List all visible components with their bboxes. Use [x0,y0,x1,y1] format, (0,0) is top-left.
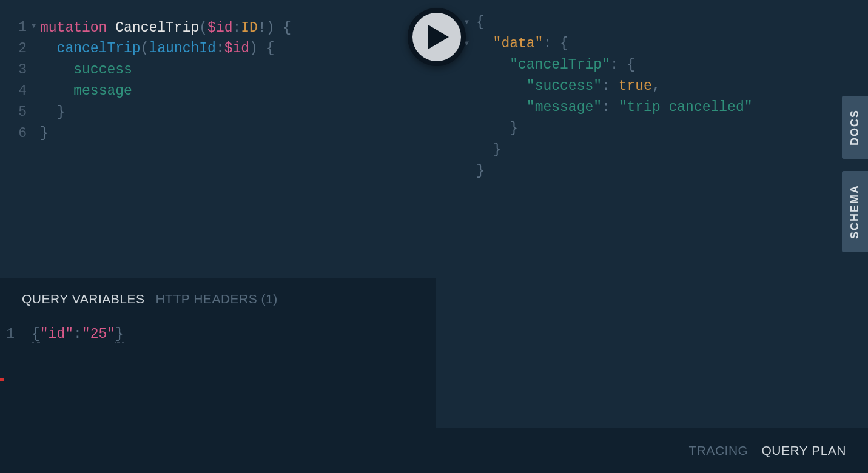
response-line: } [440,139,868,161]
side-tabs: DOCS SCHEMA [842,96,868,252]
run-button[interactable] [408,8,466,66]
code-content: } [40,123,49,144]
bottom-tabs: QUERY VARIABLES HTTP HEADERS (1) [0,278,436,312]
response-line: "message": "trip cancelled" [440,97,868,118]
fold-arrow-icon [440,97,476,118]
code-line: 4 message [0,81,436,102]
response-panel: ▼{▼ "data": { "cancelTrip": { "success":… [436,0,868,428]
left-panel: 1▼mutation CancelTrip($id:ID!) {2 cancel… [0,0,436,473]
line-number: 4 [0,81,32,102]
response-line: ▼{ [440,12,868,33]
fold-arrow-icon [440,118,476,139]
response-content: { [476,12,485,33]
footer-tabs: TRACING QUERY PLAN [436,428,868,473]
code-content: cancelTrip(launchId:$id) { [40,38,275,59]
response-content: "cancelTrip": { [476,55,635,76]
bottom-panel: QUERY VARIABLES HTTP HEADERS (1) 1 {"id"… [0,278,436,473]
line-number: 6 [0,123,32,144]
response-content: "data": { [476,33,568,55]
variables-content: {"id":"25"} [32,324,124,344]
tab-tracing[interactable]: TRACING [688,443,748,458]
code-line: 6} [0,123,436,144]
code-content: success [40,59,132,81]
fold-arrow-icon [440,161,476,182]
code-content: message [40,81,132,102]
code-line: 2 cancelTrip(launchId:$id) { [0,38,436,59]
error-marker [0,378,4,381]
playground-container: 1▼mutation CancelTrip($id:ID!) {2 cancel… [0,0,868,473]
line-number: 1 [0,17,32,38]
response-line: ▼ "data": { [440,33,868,55]
response-content: "message": "trip cancelled" [476,97,753,118]
fold-arrow-icon[interactable]: ▼ [32,16,40,37]
fold-arrow-icon [440,76,476,97]
line-number: 3 [0,59,32,81]
response-content: "success": true, [476,76,661,97]
code-content: mutation CancelTrip($id:ID!) { [40,18,291,39]
variables-line: 1 {"id":"25"} [0,324,436,344]
fold-arrow-icon [440,139,476,161]
code-line: 3 success [0,59,436,81]
query-editor[interactable]: 1▼mutation CancelTrip($id:ID!) {2 cancel… [0,0,436,278]
response-view[interactable]: ▼{▼ "data": { "cancelTrip": { "success":… [436,12,868,182]
response-content: } [476,118,518,139]
code-line: 5 } [0,102,436,123]
response-line: "success": true, [440,76,868,97]
line-number: 1 [0,324,32,344]
response-line: "cancelTrip": { [440,55,868,76]
line-number: 2 [0,38,32,59]
variables-editor[interactable]: 1 {"id":"25"} [0,312,436,344]
code-content: } [40,102,65,123]
play-icon [428,25,449,49]
line-number: 5 [0,102,32,123]
schema-tab[interactable]: SCHEMA [842,171,868,252]
response-content: } [476,139,501,161]
code-line: 1▼mutation CancelTrip($id:ID!) { [0,17,436,38]
tab-query-variables[interactable]: QUERY VARIABLES [22,292,144,306]
tab-http-headers[interactable]: HTTP HEADERS (1) [155,292,277,306]
svg-marker-0 [428,25,449,49]
response-content: } [476,161,485,182]
response-line: } [440,161,868,182]
tab-query-plan[interactable]: QUERY PLAN [761,443,846,458]
docs-tab[interactable]: DOCS [842,96,868,159]
response-line: } [440,118,868,139]
